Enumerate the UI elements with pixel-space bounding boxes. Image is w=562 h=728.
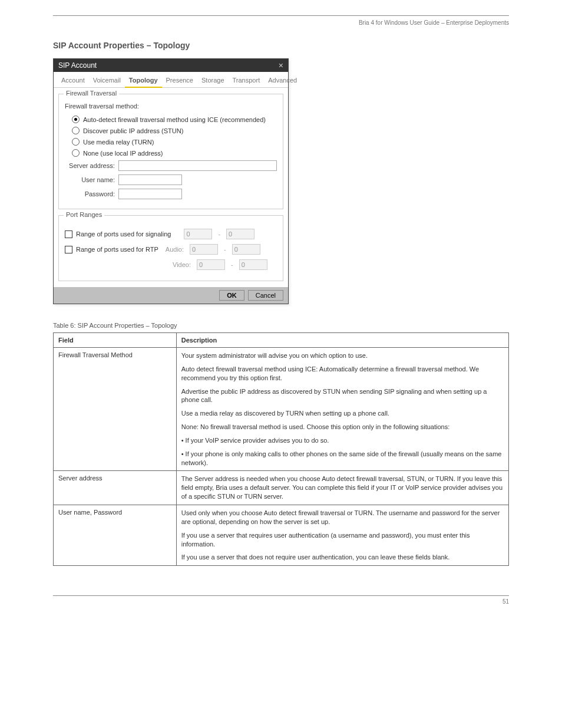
table-row: Firewall Traversal Method Your system ad…: [54, 348, 509, 471]
firewall-traversal-group: Firewall Traversal Firewall traversal me…: [58, 94, 283, 209]
dialog-tabs: Account Voicemail Topology Presence Stor…: [54, 72, 288, 88]
cancel-button[interactable]: Cancel: [248, 290, 283, 301]
tab-transport[interactable]: Transport: [229, 75, 265, 87]
cell-description: Used only when you choose Auto detect fi…: [176, 505, 508, 565]
close-icon[interactable]: ×: [279, 61, 283, 70]
video-port-high[interactable]: [239, 259, 267, 270]
dash-icon: -: [218, 230, 220, 238]
cell-field: User name, Password: [54, 505, 177, 565]
dialog-title-text: SIP Account: [58, 61, 97, 70]
cell-field: Server address: [54, 471, 177, 505]
tab-presence[interactable]: Presence: [162, 75, 197, 87]
firewall-legend: Firewall Traversal: [64, 90, 119, 97]
radio-none-label: None (use local IP address): [83, 150, 163, 157]
table-row: User name, Password Used only when you c…: [54, 505, 509, 565]
rtp-label: Range of ports used for RTP: [76, 246, 158, 253]
user-name-input[interactable]: [118, 174, 182, 185]
password-input[interactable]: [118, 189, 182, 199]
tab-account[interactable]: Account: [57, 75, 89, 87]
dialog-button-bar: OK Cancel: [54, 287, 288, 304]
ok-button[interactable]: OK: [219, 290, 244, 301]
signaling-port-high[interactable]: [226, 229, 254, 239]
server-address-label: Server address:: [65, 162, 115, 169]
signaling-checkbox[interactable]: [65, 230, 72, 238]
tab-voicemail[interactable]: Voicemail: [89, 75, 125, 87]
password-label: Password:: [65, 190, 115, 197]
radio-ice-label: Auto-detect firewall traversal method us…: [83, 116, 266, 123]
sip-account-dialog: SIP Account × Account Voicemail Topology…: [53, 58, 289, 304]
dash-icon: -: [224, 246, 226, 253]
section-title: SIP Account Properties – Topology: [53, 41, 509, 50]
radio-none[interactable]: None (use local IP address): [72, 149, 277, 157]
radio-icon: [72, 116, 80, 123]
page-footer: 51: [53, 595, 509, 605]
cell-field: Firewall Traversal Method: [54, 348, 177, 471]
audio-label: Audio:: [166, 246, 184, 253]
radio-turn[interactable]: Use media relay (TURN): [72, 138, 277, 146]
radio-icon: [72, 138, 80, 146]
radio-stun-label: Discover public IP address (STUN): [83, 127, 183, 134]
radio-icon: [72, 127, 80, 134]
radio-turn-label: Use media relay (TURN): [83, 139, 154, 146]
user-name-label: User name:: [65, 176, 115, 183]
audio-port-high[interactable]: [232, 244, 260, 255]
rtp-checkbox[interactable]: [65, 246, 72, 253]
th-field: Field: [54, 333, 177, 348]
server-address-input[interactable]: [118, 160, 277, 171]
tab-advanced[interactable]: Advanced: [264, 75, 301, 87]
port-ranges-legend: Port Ranges: [64, 211, 104, 218]
footer-page-number: 51: [503, 598, 509, 605]
cell-description: The Server address is needed when you ch…: [176, 471, 508, 505]
video-label: Video:: [173, 261, 191, 268]
radio-icon: [72, 149, 80, 157]
signaling-label: Range of ports used for signaling: [76, 230, 171, 238]
port-ranges-group: Port Ranges Range of ports used for sign…: [58, 215, 283, 281]
radio-ice[interactable]: Auto-detect firewall traversal method us…: [72, 116, 277, 123]
dash-icon: -: [231, 261, 233, 268]
tab-storage[interactable]: Storage: [197, 75, 229, 87]
radio-stun[interactable]: Discover public IP address (STUN): [72, 127, 277, 134]
dialog-titlebar: SIP Account ×: [54, 59, 288, 72]
tab-topology[interactable]: Topology: [125, 75, 162, 88]
header-right-text: Bria 4 for Windows User Guide – Enterpri…: [53, 19, 509, 26]
th-description: Description: [176, 333, 508, 348]
firewall-method-label: Firewall traversal method:: [65, 103, 277, 110]
settings-table: Field Description Firewall Traversal Met…: [53, 332, 509, 566]
video-port-low[interactable]: [197, 259, 225, 270]
signaling-port-low[interactable]: [184, 229, 212, 239]
cell-description: Your system administrator will advise yo…: [176, 348, 508, 471]
table-row: Server address The Server address is nee…: [54, 471, 509, 505]
header-rule: [53, 15, 509, 16]
audio-port-low[interactable]: [190, 244, 218, 255]
table-caption: Table 6: SIP Account Properties – Topolo…: [53, 322, 509, 329]
